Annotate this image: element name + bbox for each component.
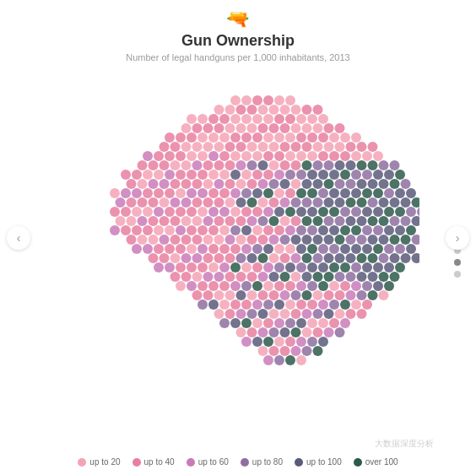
page-dot-3[interactable]	[454, 259, 461, 266]
svg-point-119	[302, 160, 312, 170]
svg-point-443	[390, 272, 400, 282]
svg-point-90	[230, 151, 241, 161]
svg-point-7	[225, 105, 235, 115]
svg-point-240	[154, 207, 164, 217]
svg-point-479	[357, 290, 367, 300]
svg-point-537	[274, 337, 284, 347]
svg-point-409	[252, 262, 262, 273]
svg-point-185	[165, 188, 175, 198]
svg-point-507	[313, 309, 323, 319]
svg-point-130	[143, 170, 153, 180]
svg-point-385	[258, 253, 268, 263]
svg-point-248	[241, 207, 252, 217]
svg-point-423	[170, 272, 181, 282]
svg-point-212	[160, 197, 170, 208]
svg-point-397	[390, 253, 400, 263]
svg-point-228	[335, 197, 345, 208]
svg-point-346	[390, 235, 400, 245]
svg-point-499	[225, 309, 235, 319]
svg-point-242	[176, 207, 186, 217]
gun-icon: 🔫	[126, 8, 349, 30]
svg-point-180	[110, 188, 120, 198]
svg-point-260	[373, 207, 383, 217]
svg-point-104	[138, 160, 148, 170]
svg-point-454	[285, 281, 295, 291]
svg-point-236	[110, 207, 120, 217]
svg-point-243	[187, 207, 197, 217]
svg-point-135	[197, 170, 208, 180]
svg-point-318	[373, 225, 383, 235]
legend-dot-1	[133, 458, 141, 467]
svg-point-127	[390, 160, 400, 170]
svg-point-274	[214, 216, 224, 226]
svg-point-420	[373, 262, 383, 273]
svg-point-362	[274, 244, 284, 254]
svg-point-472	[280, 290, 290, 300]
svg-point-176	[368, 179, 378, 189]
svg-point-37	[269, 123, 279, 133]
svg-point-463	[384, 281, 394, 291]
svg-point-132	[165, 170, 175, 180]
svg-point-171	[313, 179, 323, 189]
svg-point-77	[324, 142, 334, 152]
svg-point-30	[192, 123, 203, 133]
svg-point-450	[241, 281, 252, 291]
svg-point-131	[154, 170, 164, 180]
svg-point-63	[170, 142, 181, 152]
svg-point-417	[340, 262, 350, 273]
svg-point-197	[296, 188, 306, 198]
svg-point-64	[181, 142, 192, 152]
prev-button[interactable]: ‹	[7, 226, 30, 250]
svg-point-267	[138, 216, 148, 226]
svg-point-204	[373, 188, 383, 198]
svg-point-410	[263, 262, 273, 273]
svg-point-151	[373, 170, 383, 180]
svg-point-325	[160, 235, 170, 245]
svg-point-399	[412, 253, 420, 263]
svg-point-535	[252, 337, 262, 347]
svg-point-227	[324, 197, 334, 208]
next-button[interactable]: ›	[446, 226, 469, 250]
svg-point-244	[197, 207, 208, 217]
svg-point-387	[280, 253, 290, 263]
svg-point-369	[351, 244, 361, 254]
svg-point-109	[192, 160, 203, 170]
svg-point-257	[340, 207, 350, 217]
svg-point-282	[302, 216, 312, 226]
svg-point-209	[127, 197, 137, 208]
svg-point-13	[291, 105, 301, 115]
svg-point-101	[351, 151, 361, 161]
svg-point-296	[132, 225, 142, 235]
svg-point-78	[335, 142, 345, 152]
svg-point-112	[225, 160, 235, 170]
svg-point-327	[181, 235, 192, 245]
svg-point-406	[219, 262, 230, 273]
svg-point-191	[230, 188, 241, 198]
svg-point-436	[313, 272, 323, 282]
svg-point-268	[149, 216, 159, 226]
svg-point-28	[318, 114, 328, 124]
svg-point-442	[379, 272, 389, 282]
svg-point-193	[252, 188, 262, 198]
svg-point-464	[192, 290, 203, 300]
svg-point-17	[197, 114, 208, 124]
svg-point-146	[318, 170, 328, 180]
svg-point-32	[214, 123, 224, 133]
svg-point-529	[291, 327, 301, 337]
svg-point-223	[280, 197, 290, 208]
svg-point-308	[263, 225, 273, 235]
svg-point-517	[274, 318, 284, 328]
svg-point-187	[187, 188, 197, 198]
svg-point-427	[214, 272, 224, 282]
svg-point-16	[187, 114, 197, 124]
legend-item-5: over 100	[354, 457, 398, 467]
svg-point-447	[208, 281, 219, 291]
page-dot-4[interactable]	[454, 271, 461, 278]
svg-point-462	[373, 281, 383, 291]
svg-point-232	[379, 197, 389, 208]
svg-point-164	[236, 179, 246, 189]
svg-point-44	[165, 132, 175, 143]
svg-point-312	[307, 225, 317, 235]
svg-point-87	[197, 151, 208, 161]
svg-point-95	[285, 151, 295, 161]
